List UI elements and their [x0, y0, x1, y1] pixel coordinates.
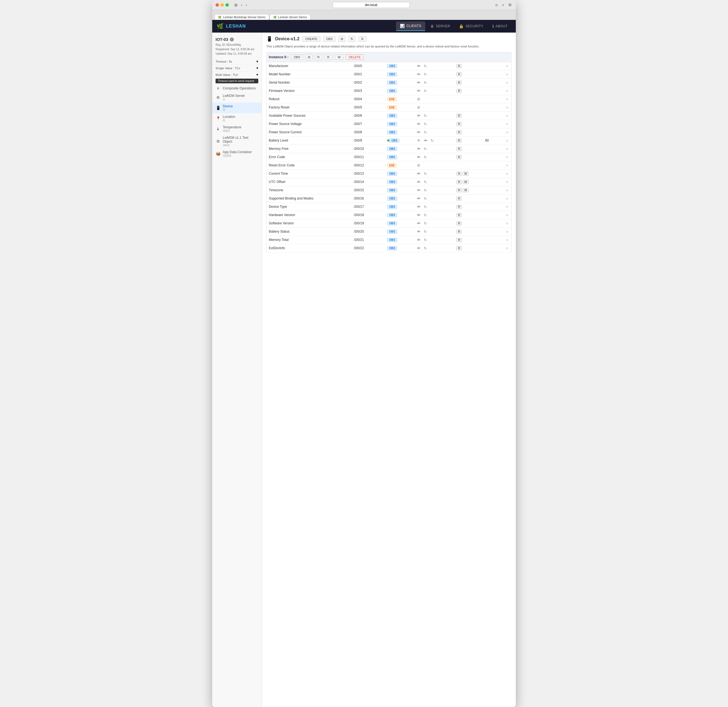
instance-eye-off-button[interactable]: ⊘	[305, 54, 313, 60]
expand-button[interactable]: ›	[505, 105, 509, 110]
gear-icon[interactable]: ⚙	[416, 97, 422, 102]
refresh-icon[interactable]: ↻	[423, 154, 428, 160]
eye-off-icon[interactable]: 👁	[416, 179, 422, 185]
expand-button[interactable]: ›	[505, 204, 509, 209]
refresh-icon[interactable]: ↻	[423, 179, 428, 185]
refresh-icon[interactable]: ↻	[423, 88, 428, 94]
nav-item-security[interactable]: 🔒 SECURITY	[455, 22, 487, 31]
refresh-icon[interactable]: ↻	[430, 138, 435, 143]
eye-off-icon[interactable]: 👁	[416, 113, 422, 118]
expand-button[interactable]: ›	[505, 72, 509, 77]
share-button[interactable]: ⎋	[494, 2, 499, 8]
maximize-button[interactable]	[225, 3, 229, 7]
expand-button[interactable]: ›	[505, 80, 509, 85]
tab-bootstrap[interactable]: 🌿 Leshan Bootstrap Server Demo	[214, 14, 269, 20]
expand-button[interactable]: ›	[505, 237, 509, 242]
eye-off-icon[interactable]: 👁	[416, 130, 422, 135]
sidebar-item-location[interactable]: 📍 Location /6	[212, 113, 261, 124]
instance-obs-button[interactable]: OBS	[291, 54, 303, 60]
new-tab-button[interactable]: +	[501, 2, 505, 8]
expand-button[interactable]: ›	[505, 245, 509, 251]
expand-button[interactable]: ›	[505, 130, 509, 135]
refresh-icon[interactable]: ↻	[423, 229, 428, 234]
eye-off-icon[interactable]: 👁	[416, 245, 422, 251]
expand-button[interactable]: ›	[505, 229, 509, 234]
eye-off-icon[interactable]: 👁	[416, 188, 422, 193]
gear-icon[interactable]: ⚙	[416, 163, 422, 168]
refresh-icon[interactable]: ↻	[423, 245, 428, 251]
sidebar-item-device[interactable]: 📱 Device /3	[212, 102, 261, 113]
refresh-icon[interactable]: ↻	[423, 221, 428, 226]
expand-button[interactable]: ›	[505, 179, 509, 184]
expand-button[interactable]: ›	[505, 113, 509, 118]
forward-button[interactable]: ›	[244, 2, 248, 8]
expand-button[interactable]: ›	[505, 171, 509, 176]
refresh-button[interactable]: ↻	[348, 36, 355, 42]
eye-off-icon[interactable]: 👁	[416, 237, 422, 242]
sidebar-item-lwm2m-server[interactable]: ⚙ LwM2M Server /1	[212, 92, 261, 102]
split-button[interactable]: ⧉	[507, 2, 513, 8]
r-button[interactable]: R	[358, 36, 367, 42]
refresh-icon[interactable]: ↻	[423, 113, 428, 118]
refresh-icon[interactable]: ↻	[423, 80, 428, 85]
obs-button[interactable]: OBS	[323, 36, 335, 42]
expand-button[interactable]: ›	[505, 196, 509, 201]
sidebar-item-composite[interactable]: ≡ Composite Operations	[212, 84, 261, 92]
eye-off-icon[interactable]: 👁	[416, 196, 422, 201]
back-button[interactable]: ‹	[240, 2, 243, 8]
eye-icon[interactable]: 👁	[416, 138, 422, 143]
tab-server[interactable]: 🌿 Leshan Server Demo	[270, 14, 311, 20]
sidebar-toggle[interactable]: ⊞	[233, 2, 239, 8]
expand-button[interactable]: ›	[505, 121, 509, 126]
refresh-icon[interactable]: ↻	[423, 121, 428, 127]
close-button[interactable]	[215, 3, 219, 7]
instance-delete-button[interactable]: DELETE	[346, 54, 364, 60]
sidebar-item-lwm2m-test[interactable]: ⚙ LwM2M v1.1 Test Object /3442	[212, 134, 261, 149]
eye-off-icon[interactable]: 👁	[416, 63, 422, 69]
expand-button[interactable]: ›	[505, 154, 509, 160]
refresh-icon[interactable]: ↻	[423, 204, 428, 209]
refresh-icon[interactable]: ↻	[423, 130, 428, 135]
eye-off-icon[interactable]: 👁	[416, 154, 422, 160]
sidebar-item-temperature[interactable]: 🌡 Temperature /3303	[212, 124, 261, 134]
eye-off-icon[interactable]: 👁	[416, 221, 422, 226]
instance-w-button[interactable]: W	[335, 54, 344, 60]
instance-r-button[interactable]: R	[324, 54, 332, 60]
expand-button[interactable]: ›	[505, 221, 509, 226]
eye-off-icon[interactable]: 👁	[416, 146, 422, 152]
refresh-icon[interactable]: ↻	[423, 196, 428, 201]
create-button[interactable]: CREATE	[302, 36, 321, 42]
nav-item-server[interactable]: 🖥 SERVER	[426, 22, 454, 31]
refresh-icon[interactable]: ↻	[423, 237, 428, 242]
refresh-icon[interactable]: ↻	[423, 146, 428, 152]
refresh-icon[interactable]: ↻	[423, 212, 428, 218]
expand-button[interactable]: ›	[505, 63, 509, 68]
minimize-button[interactable]	[221, 3, 224, 7]
eye-off-icon[interactable]: 👁	[416, 171, 422, 176]
eye-off-icon[interactable]: 👁	[423, 138, 429, 143]
refresh-icon[interactable]: ↻	[423, 63, 428, 69]
eye-off-icon[interactable]: 👁	[416, 212, 422, 218]
eye-off-button[interactable]: ⊘	[338, 36, 345, 42]
eye-off-icon[interactable]: 👁	[416, 88, 422, 94]
expand-button[interactable]: ›	[505, 146, 509, 151]
instance-refresh-button[interactable]: ↻	[315, 54, 322, 60]
eye-off-icon[interactable]: 👁	[416, 204, 422, 209]
eye-off-icon[interactable]: 👁	[416, 121, 422, 127]
expand-button[interactable]: ›	[505, 163, 509, 168]
gear-icon[interactable]: ⚙	[416, 105, 422, 110]
eye-off-icon[interactable]: 👁	[416, 72, 422, 77]
sidebar-item-app-data[interactable]: 📦 App Data Container /10250	[212, 149, 261, 159]
nav-item-about[interactable]: ℹ ABOUT	[488, 22, 511, 31]
expand-button[interactable]: ›	[505, 88, 509, 93]
eye-off-icon[interactable]: 👁	[416, 80, 422, 85]
expand-button[interactable]: ›	[505, 97, 509, 101]
refresh-icon[interactable]: ↻	[423, 171, 428, 176]
refresh-icon[interactable]: ↻	[423, 188, 428, 193]
expand-button[interactable]: ›	[505, 212, 509, 218]
nav-item-clients[interactable]: 📊 CLIENTS	[396, 22, 425, 31]
refresh-icon[interactable]: ↻	[423, 72, 428, 77]
info-icon[interactable]: i	[230, 38, 234, 41]
expand-button[interactable]: ›	[505, 138, 509, 143]
url-input[interactable]	[332, 2, 410, 8]
